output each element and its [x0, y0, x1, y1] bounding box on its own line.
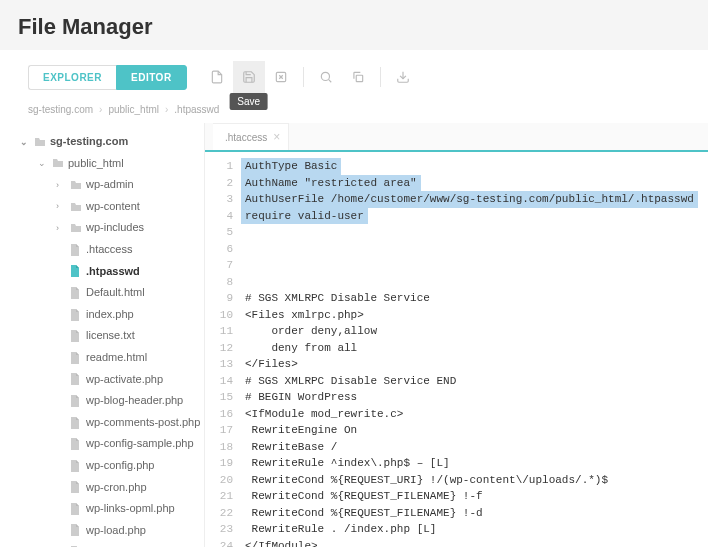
tree-file[interactable]: index.php [0, 304, 204, 326]
chevron-down-icon: ⌄ [38, 156, 48, 170]
tree-file[interactable]: .htpasswd [0, 261, 204, 283]
tree-label: readme.html [86, 349, 147, 367]
svg-line-4 [328, 80, 331, 83]
tree-folder[interactable]: ›wp-content [0, 196, 204, 218]
editor-pane: .htaccess × 1234567891011121314151617181… [205, 123, 708, 547]
tree-file[interactable]: wp-load.php [0, 520, 204, 542]
tree-label: license.txt [86, 327, 135, 345]
chevron-right-icon: › [56, 199, 66, 213]
editor-tab-button[interactable]: EDITOR [116, 65, 187, 90]
folder-icon [70, 223, 82, 233]
tree-label: sg-testing.com [50, 133, 128, 151]
tree-file[interactable]: wp-login.php [0, 541, 204, 547]
tree-file[interactable]: wp-links-opml.php [0, 498, 204, 520]
code-editor[interactable]: 1234567891011121314151617181920212223242… [205, 152, 708, 547]
tree-folder[interactable]: ›wp-admin [0, 174, 204, 196]
tree-label: wp-comments-post.php [86, 414, 200, 432]
file-icon [70, 417, 80, 429]
chevron-right-icon: › [56, 178, 66, 192]
copy-icon[interactable] [342, 61, 374, 93]
main-area: ⌄ sg-testing.com ⌄ public_html ›wp-admin… [0, 123, 708, 547]
tree-root[interactable]: ⌄ sg-testing.com [0, 131, 204, 153]
tree-label: wp-blog-header.php [86, 392, 183, 410]
chevron-right-icon: › [56, 221, 66, 235]
tree-label: wp-login.php [86, 543, 148, 547]
file-icon [70, 460, 80, 472]
tree-folder[interactable]: ⌄ public_html [0, 153, 204, 175]
tree-label: wp-admin [86, 176, 134, 194]
code-content[interactable]: AuthType BasicAuthName "restricted area"… [241, 158, 708, 547]
svg-point-3 [321, 72, 329, 80]
folder-icon [70, 202, 82, 212]
folder-icon [70, 180, 82, 190]
file-icon [70, 330, 80, 342]
tree-label: wp-content [86, 198, 140, 216]
file-icon [70, 524, 80, 536]
delete-icon[interactable] [265, 61, 297, 93]
file-icon [70, 395, 80, 407]
file-icon [70, 287, 80, 299]
explorer-tab-button[interactable]: EXPLORER [28, 65, 116, 90]
page-title: File Manager [18, 14, 690, 40]
breadcrumb-item[interactable]: public_html [108, 104, 159, 115]
tab-label: .htaccess [225, 132, 267, 143]
tree-label: wp-config.php [86, 457, 155, 475]
tree-label: Default.html [86, 284, 145, 302]
chevron-right-icon: › [99, 104, 102, 115]
tree-folder[interactable]: ›wp-includes [0, 217, 204, 239]
search-icon[interactable] [310, 61, 342, 93]
breadcrumb: sg-testing.com › public_html › .htpasswd [0, 96, 708, 123]
tree-file[interactable]: Default.html [0, 282, 204, 304]
tree-file[interactable]: wp-config-sample.php [0, 433, 204, 455]
page-header: File Manager [0, 0, 708, 50]
tree-label: index.php [86, 306, 134, 324]
file-icon [70, 265, 80, 277]
tree-file[interactable]: wp-activate.php [0, 369, 204, 391]
tree-label: .htaccess [86, 241, 132, 259]
file-icon [70, 309, 80, 321]
file-icon [70, 503, 80, 515]
tree-label: wp-load.php [86, 522, 146, 540]
tree-file[interactable]: readme.html [0, 347, 204, 369]
line-gutter: 1234567891011121314151617181920212223242… [205, 158, 241, 547]
folder-icon [34, 137, 46, 147]
chevron-right-icon: › [165, 104, 168, 115]
tree-label: wp-cron.php [86, 479, 147, 497]
svg-rect-5 [356, 75, 362, 81]
tree-label: wp-links-opml.php [86, 500, 175, 518]
tree-label: wp-activate.php [86, 371, 163, 389]
new-file-icon[interactable] [201, 61, 233, 93]
file-icon [70, 373, 80, 385]
editor-file-tab[interactable]: .htaccess × [213, 123, 289, 150]
tree-label: public_html [68, 155, 124, 173]
file-icon [70, 352, 80, 364]
breadcrumb-item[interactable]: sg-testing.com [28, 104, 93, 115]
tree-file[interactable]: wp-comments-post.php [0, 412, 204, 434]
editor-tabs: .htaccess × [205, 123, 708, 152]
tree-label: wp-config-sample.php [86, 435, 194, 453]
download-icon[interactable] [387, 61, 419, 93]
save-icon[interactable]: Save [233, 61, 265, 93]
file-icon [70, 438, 80, 450]
save-tooltip: Save [229, 93, 268, 110]
file-icon [70, 244, 80, 256]
toolbar-divider [303, 67, 304, 87]
close-icon[interactable]: × [273, 130, 280, 144]
toolbar: EXPLORER EDITOR Save [0, 50, 708, 96]
file-icon [70, 481, 80, 493]
tree-file[interactable]: wp-blog-header.php [0, 390, 204, 412]
tree-file[interactable]: wp-config.php [0, 455, 204, 477]
breadcrumb-item[interactable]: .htpasswd [174, 104, 219, 115]
folder-icon [52, 158, 64, 168]
tree-label: wp-includes [86, 219, 144, 237]
tree-file[interactable]: .htaccess [0, 239, 204, 261]
tree-file[interactable]: wp-cron.php [0, 477, 204, 499]
file-tree: ⌄ sg-testing.com ⌄ public_html ›wp-admin… [0, 123, 205, 547]
tree-label: .htpasswd [86, 263, 140, 281]
tree-file[interactable]: license.txt [0, 325, 204, 347]
toolbar-divider [380, 67, 381, 87]
chevron-down-icon: ⌄ [20, 135, 30, 149]
